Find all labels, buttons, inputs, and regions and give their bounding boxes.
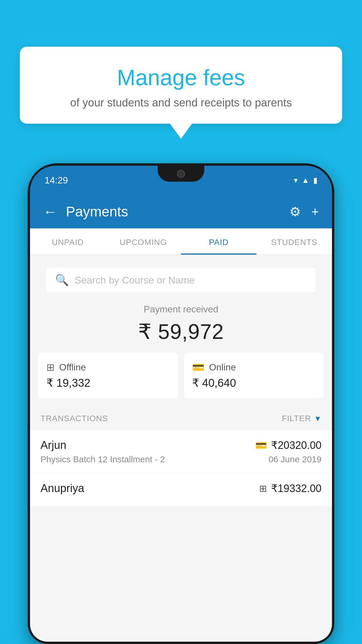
phone-screen: ← Payments ⚙ + UNPAID UPCOMING PAID STUD…: [30, 195, 332, 642]
transaction-item-anupriya[interactable]: Anupriya ⊞ ₹19332.00: [30, 473, 332, 507]
battery-icon: ▮: [313, 176, 317, 185]
transaction-name-arjun: Arjun: [41, 439, 66, 452]
filter-row[interactable]: FILTER ▼: [282, 414, 321, 423]
back-button[interactable]: ←: [43, 204, 57, 220]
online-payment-icon-arjun: 💳: [255, 440, 267, 451]
header-right: ⚙ +: [289, 204, 319, 219]
transactions-label: TRANSACTIONS: [41, 414, 108, 423]
online-amount: ₹ 40,640: [192, 377, 316, 389]
payment-summary: Payment received ₹ 59,972: [30, 292, 332, 353]
status-bar: 14:29 ▾ ▲ ▮: [30, 166, 332, 195]
filter-label: FILTER: [282, 414, 311, 423]
transaction-amount-arjun: ₹20320.00: [271, 439, 321, 452]
app-header: ← Payments ⚙ +: [30, 195, 332, 228]
wifi-icon: ▾: [294, 176, 298, 185]
online-label: Online: [209, 362, 236, 373]
tabs-bar: UNPAID UPCOMING PAID STUDENTS: [30, 228, 332, 255]
payment-total-amount: ₹ 59,972: [38, 319, 324, 344]
offline-icon: ⊞: [46, 361, 55, 373]
transaction-course-arjun: Physics Batch 12 Installment - 2: [41, 454, 165, 464]
search-placeholder-text: Search by Course or Name: [75, 274, 195, 286]
offline-label: Offline: [59, 362, 86, 373]
tooltip-card: Manage fees of your students and send re…: [20, 47, 342, 124]
tooltip-subtitle: of your students and send receipts to pa…: [37, 97, 325, 109]
search-bar[interactable]: 🔍 Search by Course or Name: [46, 268, 316, 292]
transaction-amount-anupriya: ₹19332.00: [271, 482, 321, 495]
page-title: Payments: [66, 204, 128, 220]
search-icon: 🔍: [55, 274, 69, 286]
tab-students[interactable]: STUDENTS: [256, 228, 332, 255]
tab-paid[interactable]: PAID: [181, 228, 256, 255]
tab-upcoming[interactable]: UPCOMING: [106, 228, 181, 255]
phone-camera: [177, 170, 185, 178]
settings-icon[interactable]: ⚙: [289, 204, 301, 219]
offline-amount: ₹ 19,332: [46, 377, 170, 389]
payment-cards: ⊞ Offline ₹ 19,332 💳 Online ₹ 40,640: [30, 353, 332, 407]
status-icons: ▾ ▲ ▮: [294, 176, 317, 185]
transaction-amount-row-anupriya: ⊞ ₹19332.00: [259, 482, 321, 495]
add-icon[interactable]: +: [311, 204, 319, 219]
online-card: 💳 Online ₹ 40,640: [184, 353, 324, 398]
phone-notch: [158, 166, 204, 182]
offline-card: ⊞ Offline ₹ 19,332: [38, 353, 178, 398]
online-icon: 💳: [192, 361, 204, 373]
status-time: 14:29: [45, 175, 68, 186]
signal-icon: ▲: [302, 176, 309, 185]
tooltip-title: Manage fees: [37, 64, 325, 91]
header-left: ← Payments: [43, 204, 128, 220]
phone-frame: 14:29 ▾ ▲ ▮ ← Payments ⚙ + UNPAID UPCOMI…: [28, 163, 334, 644]
transaction-amount-row-arjun: 💳 ₹20320.00: [255, 439, 321, 452]
tab-unpaid[interactable]: UNPAID: [30, 228, 106, 255]
transaction-date-arjun: 06 June 2019: [268, 454, 321, 464]
offline-payment-icon-anupriya: ⊞: [259, 483, 267, 494]
transaction-name-anupriya: Anupriya: [41, 482, 84, 495]
filter-icon: ▼: [314, 414, 321, 423]
transactions-header: TRANSACTIONS FILTER ▼: [30, 407, 332, 430]
transaction-item-arjun[interactable]: Arjun 💳 ₹20320.00 Physics Batch 12 Insta…: [30, 430, 332, 473]
payment-received-label: Payment received: [38, 304, 324, 315]
